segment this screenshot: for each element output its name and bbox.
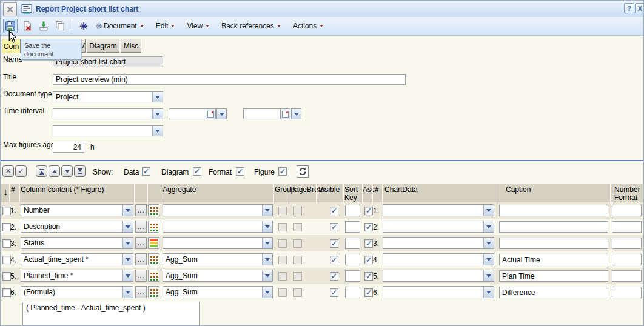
dropdown-button[interactable] bbox=[483, 205, 494, 216]
column-content-select[interactable]: Description bbox=[21, 221, 133, 233]
column-content-select[interactable]: Actual_time_spent * bbox=[21, 253, 133, 265]
delete-document-button[interactable] bbox=[21, 19, 34, 33]
dropdown-button[interactable] bbox=[152, 126, 163, 136]
aggregate-select[interactable]: Agg_Sum bbox=[163, 270, 273, 282]
dropdown-button[interactable] bbox=[152, 109, 163, 119]
number-format-input[interactable] bbox=[612, 254, 642, 265]
dropdown-button[interactable] bbox=[122, 254, 133, 265]
dropdown-button[interactable] bbox=[292, 109, 301, 119]
date-to-dropdown[interactable] bbox=[291, 108, 301, 119]
dropdown-button[interactable] bbox=[483, 254, 494, 265]
chartdata-select[interactable] bbox=[383, 270, 494, 282]
dropdown-button[interactable] bbox=[262, 221, 272, 232]
sort-key-input[interactable] bbox=[345, 238, 360, 249]
calendar-button[interactable] bbox=[206, 108, 216, 119]
toggle-figure-checkbox[interactable] bbox=[278, 167, 287, 176]
toggle-data-checkbox[interactable] bbox=[142, 167, 150, 176]
visible-checkbox[interactable] bbox=[330, 223, 338, 231]
menu-document[interactable]: Document bbox=[104, 22, 144, 30]
group-checkbox[interactable] bbox=[278, 239, 287, 248]
number-format-input[interactable] bbox=[612, 238, 642, 249]
figure-grid-icon[interactable] bbox=[148, 204, 159, 216]
figure-grid-icon[interactable] bbox=[148, 253, 159, 265]
close-window-button[interactable]: X bbox=[635, 3, 644, 13]
caption-input[interactable] bbox=[499, 238, 608, 249]
chartdata-select[interactable] bbox=[383, 221, 494, 233]
group-checkbox[interactable] bbox=[278, 272, 287, 281]
asc-checkbox[interactable] bbox=[364, 256, 373, 264]
figure-grid-icon[interactable] bbox=[148, 270, 159, 282]
pagebreak-checkbox[interactable] bbox=[293, 288, 302, 297]
move-down-button[interactable] bbox=[61, 165, 73, 177]
visible-checkbox[interactable] bbox=[330, 207, 338, 215]
ellipsis-button[interactable]: ... bbox=[135, 237, 147, 249]
close-document-button[interactable]: ✕ bbox=[3, 2, 17, 16]
row-select-checkbox[interactable] bbox=[2, 207, 11, 215]
chartdata-select[interactable] bbox=[383, 286, 494, 298]
aggregate-select[interactable] bbox=[163, 204, 273, 216]
refresh-button[interactable] bbox=[297, 165, 309, 178]
aggregate-select[interactable]: Agg_Sum bbox=[163, 253, 273, 265]
visible-checkbox[interactable] bbox=[330, 256, 338, 264]
max-age-input[interactable] bbox=[53, 142, 84, 153]
dropdown-button[interactable] bbox=[262, 287, 272, 298]
date-from-input[interactable] bbox=[169, 108, 206, 119]
figure-grid-icon[interactable] bbox=[148, 237, 159, 249]
column-content-select[interactable]: Status bbox=[21, 237, 133, 249]
dropdown-button[interactable] bbox=[262, 254, 272, 265]
pagebreak-checkbox[interactable] bbox=[293, 223, 302, 231]
sort-key-input[interactable] bbox=[345, 270, 360, 282]
row-select-checkbox[interactable] bbox=[2, 239, 11, 248]
dropdown-button[interactable] bbox=[122, 270, 133, 281]
number-format-input[interactable] bbox=[612, 205, 642, 216]
number-format-input[interactable] bbox=[612, 221, 642, 233]
select-all-button[interactable]: ✓ bbox=[15, 165, 27, 177]
sort-key-input[interactable] bbox=[345, 254, 360, 265]
menu-back-references[interactable]: Back references bbox=[221, 22, 281, 30]
column-content-select[interactable]: Planned_time * bbox=[21, 270, 133, 282]
caption-input[interactable] bbox=[499, 287, 608, 298]
row-select-checkbox[interactable] bbox=[2, 288, 11, 297]
sort-key-input[interactable] bbox=[345, 221, 360, 233]
row-select-checkbox[interactable] bbox=[2, 223, 11, 231]
caption-input[interactable] bbox=[499, 270, 608, 282]
asc-checkbox[interactable] bbox=[364, 223, 373, 231]
formula-textarea[interactable] bbox=[22, 302, 200, 325]
group-checkbox[interactable] bbox=[278, 223, 287, 231]
dropdown-button[interactable] bbox=[262, 270, 272, 281]
group-checkbox[interactable] bbox=[278, 288, 287, 297]
figure-grid-icon[interactable] bbox=[148, 221, 159, 233]
sort-key-input[interactable] bbox=[345, 287, 360, 298]
visible-checkbox[interactable] bbox=[330, 239, 338, 248]
checkin-button[interactable] bbox=[37, 19, 50, 33]
visible-checkbox[interactable] bbox=[330, 272, 338, 281]
dropdown-button[interactable] bbox=[122, 238, 133, 248]
menu-actions[interactable]: Actions bbox=[293, 22, 323, 30]
aggregate-select[interactable] bbox=[163, 237, 273, 249]
chartdata-select[interactable] bbox=[383, 253, 494, 265]
toggle-format-checkbox[interactable] bbox=[236, 167, 244, 176]
figure-grid-icon[interactable] bbox=[148, 286, 159, 298]
caption-input[interactable] bbox=[499, 254, 608, 265]
column-content-select[interactable]: Number bbox=[21, 204, 133, 216]
clear-selection-button[interactable]: ✕ bbox=[2, 165, 14, 177]
aggregate-select[interactable] bbox=[163, 221, 273, 233]
dropdown-button[interactable] bbox=[262, 205, 272, 216]
move-top-button[interactable] bbox=[36, 165, 47, 177]
asc-checkbox[interactable] bbox=[364, 239, 373, 248]
dropdown-button[interactable] bbox=[483, 238, 494, 248]
ellipsis-button[interactable]: ... bbox=[135, 221, 147, 233]
date-to-input[interactable] bbox=[243, 108, 281, 119]
pagebreak-checkbox[interactable] bbox=[293, 239, 302, 248]
workflow-button[interactable]: ✳ bbox=[77, 19, 90, 33]
sort-key-input[interactable] bbox=[345, 205, 360, 216]
chartdata-select[interactable] bbox=[383, 204, 494, 216]
help-button[interactable]: ? bbox=[624, 3, 634, 13]
doctype-select[interactable]: Project bbox=[53, 91, 163, 102]
asc-checkbox[interactable] bbox=[364, 207, 373, 215]
pagebreak-checkbox[interactable] bbox=[293, 207, 302, 215]
caption-input[interactable] bbox=[499, 205, 608, 216]
dropdown-button[interactable] bbox=[483, 287, 494, 298]
dropdown-button[interactable] bbox=[217, 109, 226, 119]
dropdown-button[interactable] bbox=[262, 238, 272, 248]
